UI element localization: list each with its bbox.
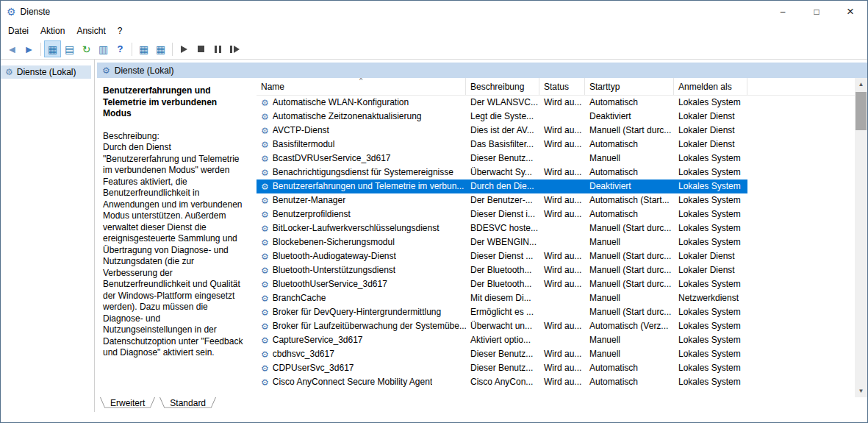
- tab-standard[interactable]: Standard: [159, 397, 216, 410]
- table-row[interactable]: ⚙Benutzererfahrungen und Telemetrie im v…: [257, 179, 747, 193]
- cell-starttyp: Deaktiviert: [585, 110, 674, 124]
- service-gear-icon: ⚙: [261, 336, 269, 345]
- view-header: ⚙ Dienste (Lokal): [97, 63, 867, 78]
- table-row[interactable]: ⚙BcastDVRUserService_3d617Dieser Benutz.…: [257, 152, 747, 166]
- toolbar-separator: [40, 43, 41, 56]
- table-row[interactable]: ⚙BenutzerprofildienstDieser Dienst i...W…: [257, 207, 747, 221]
- cell-status: [539, 235, 585, 249]
- vertical-scrollbar[interactable]: ▲ ▼: [855, 78, 867, 397]
- cell-status: Wird au...: [539, 124, 585, 138]
- table-row[interactable]: ⚙Cisco AnyConnect Secure Mobility AgentC…: [257, 375, 747, 389]
- column-label: Anmelden als: [678, 82, 732, 92]
- table-row[interactable]: ⚙Automatische WLAN-KonfigurationDer WLAN…: [257, 96, 747, 110]
- service-name: Cisco AnyConnect Secure Mobility Agent: [273, 375, 432, 389]
- stop-service-icon: [198, 46, 204, 52]
- cell-anmelden-als: Lokaler Dienst: [674, 124, 747, 138]
- cell-starttyp: Automatisch: [585, 138, 674, 152]
- table-row[interactable]: ⚙AVCTP-DienstDies ist der AV...Wird au..…: [257, 124, 747, 138]
- service-gear-icon: ⚙: [261, 113, 269, 121]
- cell-anmelden-als: Lokales System: [674, 347, 747, 361]
- table-row[interactable]: ⚙Blockebenen-SicherungsmodulDer WBENGIN.…: [257, 235, 747, 249]
- cell-anmelden-als: Lokales System: [674, 375, 747, 389]
- extended-view-button[interactable]: ▦: [135, 40, 152, 57]
- table-row[interactable]: ⚙Benutzer-ManagerDer Benutzer-...Wird au…: [257, 193, 747, 207]
- maximize-button[interactable]: □: [800, 1, 833, 23]
- cell-beschreibung: Dieser Dienst ...: [466, 249, 539, 263]
- cell-name: ⚙Basisfiltermodul: [257, 138, 466, 152]
- refresh-button[interactable]: ↻: [78, 40, 95, 57]
- standard-view-button[interactable]: ▦: [152, 40, 169, 57]
- forward-icon: ►: [24, 44, 35, 54]
- cell-beschreibung: Cisco AnyCon...: [466, 375, 539, 389]
- table-row[interactable]: ⚙CDPUserSvc_3d617Dieser Benutz...Wird au…: [257, 361, 747, 375]
- console-tree-button[interactable]: ▦: [44, 40, 61, 57]
- service-gear-icon: ⚙: [261, 168, 269, 177]
- forward-button[interactable]: ►: [21, 40, 37, 57]
- description-label: Beschreibung:: [103, 131, 248, 143]
- main-area: ⚙ Dienste (Lokal) ⚙ Dienste (Lokal) Benu…: [1, 60, 867, 412]
- minimize-button[interactable]: –: [766, 1, 800, 23]
- column-header-status[interactable]: Status: [539, 78, 585, 95]
- tree-item-dienste-lokal[interactable]: ⚙ Dienste (Lokal): [1, 65, 91, 79]
- cell-starttyp: Manuell: [585, 291, 674, 305]
- cell-starttyp: Manuell (Start durc...: [585, 263, 674, 277]
- table-row[interactable]: ⚙Automatische ZeitzonenaktualisierungLeg…: [257, 110, 747, 124]
- menu-datei[interactable]: Datei: [2, 24, 35, 38]
- cell-name: ⚙Broker für DevQuery-Hintergrundermittlu…: [257, 305, 466, 319]
- table-row[interactable]: ⚙cbdhsvc_3d617Dieser Benutz...Wird au...…: [257, 347, 747, 361]
- table-row[interactable]: ⚙Broker für DevQuery-Hintergrundermittlu…: [257, 305, 747, 319]
- table-row[interactable]: ⚙CaptureService_3d617Aktiviert optio...M…: [257, 333, 747, 347]
- cell-beschreibung: Das Basisfilter...: [466, 138, 539, 152]
- table-row[interactable]: ⚙Broker für Laufzeitüberwachung der Syst…: [257, 319, 747, 333]
- cell-name: ⚙BluetoothUserService_3d617: [257, 277, 466, 291]
- scroll-up-icon[interactable]: ▲: [855, 78, 867, 90]
- cell-beschreibung: Überwacht un...: [466, 319, 539, 333]
- table-row[interactable]: ⚙BluetoothUserService_3d617Der Bluetooth…: [257, 277, 747, 291]
- menu-bar: DateiAktionAnsicht?: [1, 23, 867, 39]
- stop-service-button[interactable]: [193, 40, 209, 57]
- cell-status: [539, 291, 585, 305]
- table-row[interactable]: ⚙BranchCacheMit diesem Di...ManuellNetzw…: [257, 291, 747, 305]
- cell-name: ⚙cbdhsvc_3d617: [257, 347, 466, 361]
- scrollbar-track[interactable]: [855, 90, 867, 385]
- services-table: ⚙Automatische WLAN-KonfigurationDer WLAN…: [257, 96, 855, 397]
- start-service-button[interactable]: [176, 40, 193, 57]
- properties-button[interactable]: ▤: [61, 40, 78, 57]
- column-header-name[interactable]: Name^: [257, 78, 466, 95]
- help-button[interactable]: ?: [112, 40, 129, 57]
- cell-anmelden-als: Netzwerkdienst: [674, 291, 747, 305]
- service-gear-icon: ⚙: [261, 99, 269, 107]
- tab-bar: ErweitertStandard: [97, 397, 867, 412]
- services-view: ⚙ Dienste (Lokal) Benutzererfahrungen un…: [95, 60, 867, 412]
- column-header-anmelden-als[interactable]: Anmelden als: [674, 78, 747, 95]
- column-header-beschreibung[interactable]: Beschreibung: [466, 78, 539, 95]
- cell-beschreibung: BDESVC hoste...: [466, 221, 539, 235]
- cell-starttyp: Manuell: [585, 152, 674, 166]
- menu-ansicht[interactable]: Ansicht: [71, 24, 111, 38]
- scrollbar-thumb[interactable]: [856, 92, 867, 130]
- table-row[interactable]: ⚙BitLocker-Laufwerkverschlüsselungsdiens…: [257, 221, 747, 235]
- table-row[interactable]: ⚙BasisfiltermodulDas Basisfilter...Wird …: [257, 138, 747, 152]
- table-row[interactable]: ⚙Bluetooth-Audiogateway-DienstDieser Die…: [257, 249, 747, 263]
- close-button[interactable]: ×: [833, 1, 867, 23]
- cell-status: [539, 152, 585, 166]
- cell-anmelden-als: Lokales System: [674, 333, 747, 347]
- cell-starttyp: Automatisch (Start...: [585, 193, 674, 207]
- menu-aktion[interactable]: Aktion: [35, 24, 71, 38]
- cell-beschreibung: Der Bluetooth...: [466, 263, 539, 277]
- cell-anmelden-als: Lokaler Dienst: [674, 249, 747, 263]
- scroll-down-icon[interactable]: ▼: [855, 385, 867, 397]
- cell-beschreibung: Überwacht Sy...: [466, 166, 539, 179]
- back-button[interactable]: ◄: [4, 40, 21, 57]
- column-label: Name: [261, 82, 284, 92]
- table-row[interactable]: ⚙Bluetooth-UnterstützungsdienstDer Bluet…: [257, 263, 747, 277]
- restart-service-button[interactable]: [226, 40, 243, 57]
- cell-beschreibung: Der WLANSVC...: [466, 96, 539, 110]
- export-list-button[interactable]: ▥: [95, 40, 112, 57]
- tab-erweitert[interactable]: Erweitert: [100, 397, 155, 410]
- column-header-starttyp[interactable]: Starttyp: [585, 78, 674, 95]
- menu-help[interactable]: ?: [112, 24, 129, 38]
- pause-service-button[interactable]: [209, 40, 226, 57]
- table-row[interactable]: ⚙Benachrichtigungsdienst für Systemereig…: [257, 166, 747, 179]
- status-strip: [1, 412, 867, 422]
